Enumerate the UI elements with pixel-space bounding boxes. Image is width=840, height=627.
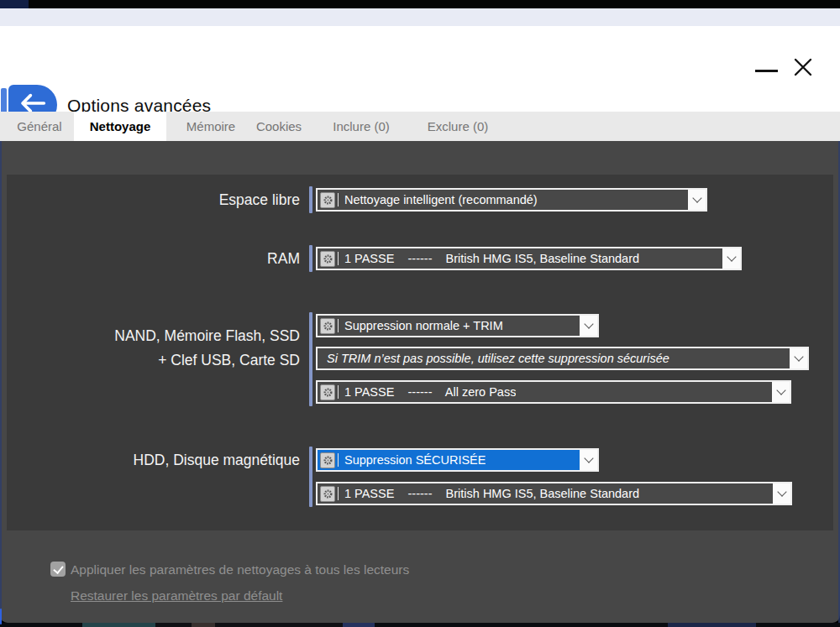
- check-icon: [53, 563, 63, 574]
- ram-label: RAM: [84, 249, 300, 268]
- free-space-select[interactable]: Nettoyage intelligent (recommandé): [316, 188, 707, 212]
- tab-bar: Général Nettoyage Mémoire Cookies Inclur…: [0, 112, 840, 141]
- top-edge-accent: [0, 0, 29, 8]
- hdd-primary-select[interactable]: Suppression SÉCURISÉE: [316, 448, 599, 472]
- options-avancees-window: Options avancées Général Nettoyage Mémoi…: [0, 0, 840, 627]
- nand-label-line2: + Clef USB, Carte SD: [84, 348, 300, 373]
- chevron-down-icon[interactable]: [790, 348, 807, 368]
- icon-separator: [338, 453, 339, 467]
- gear-icon: [320, 318, 335, 334]
- nand-fallback-note-select[interactable]: Si TRIM n’est pas possible, utilisez cet…: [316, 347, 809, 370]
- chevron-down-icon[interactable]: [580, 450, 597, 470]
- apply-all-drives-label: Appliquer les paramètres de nettoyages à…: [71, 562, 409, 577]
- free-space-label: Espace libre: [84, 191, 300, 209]
- hdd-label: HDD, Disque magnétique: [84, 451, 300, 469]
- nand-primary-value: Suppression normale + TRIM: [344, 319, 503, 332]
- hdd-method-select[interactable]: 1 PASSE ------ British HMG IS5, Baseline…: [316, 482, 792, 505]
- bottom-left-edge-accent: [0, 609, 2, 624]
- gear-icon: [320, 251, 335, 267]
- hdd-primary-value: Suppression SÉCURISÉE: [344, 453, 486, 467]
- gear-icon: [320, 452, 335, 468]
- nand-label-line1: NAND, Mémoire Flash, SSD: [84, 324, 300, 348]
- tab-cookies[interactable]: Cookies: [249, 112, 308, 141]
- nand-accent-bar: [309, 312, 312, 406]
- ram-value: 1 PASSE ------ British HMG IS5, Baseline…: [344, 252, 639, 265]
- free-space-value: Nettoyage intelligent (recommandé): [344, 193, 538, 206]
- tab-memoire[interactable]: Mémoire: [172, 112, 249, 141]
- close-button[interactable]: [786, 55, 820, 83]
- nand-fallback-value: 1 PASSE ------ All zero Pass: [344, 385, 516, 399]
- apply-all-drives-checkbox[interactable]: [50, 562, 66, 577]
- titlebar-strip: [0, 8, 840, 26]
- minimize-icon: [755, 70, 778, 72]
- ram-accent-bar: [309, 245, 312, 272]
- tab-nettoyage[interactable]: Nettoyage: [74, 112, 166, 141]
- icon-separator: [338, 487, 339, 500]
- gear-icon: [320, 192, 335, 208]
- icon-separator: [338, 193, 339, 206]
- ram-select[interactable]: 1 PASSE ------ British HMG IS5, Baseline…: [316, 247, 742, 270]
- chevron-down-icon[interactable]: [580, 316, 597, 336]
- hdd-method-value: 1 PASSE ------ British HMG IS5, Baseline…: [344, 487, 639, 500]
- tab-general[interactable]: Général: [3, 112, 76, 141]
- header: Options avancées: [0, 26, 840, 112]
- chevron-down-icon[interactable]: [688, 190, 706, 210]
- free-space-accent-bar: [309, 186, 312, 213]
- icon-separator: [338, 319, 339, 332]
- hdd-accent-bar: [309, 447, 312, 507]
- icon-separator: [338, 385, 339, 399]
- nand-label: NAND, Mémoire Flash, SSD + Clef USB, Car…: [84, 324, 300, 373]
- nand-fallback-select[interactable]: 1 PASSE ------ All zero Pass: [316, 380, 791, 404]
- nand-primary-select[interactable]: Suppression normale + TRIM: [316, 314, 599, 337]
- tab-exclure[interactable]: Exclure (0): [412, 112, 504, 141]
- nand-fallback-note-value: Si TRIM n’est pas possible, utilisez cet…: [327, 352, 669, 365]
- tab-inclure[interactable]: Inclure (0): [315, 112, 407, 141]
- window-left-edge: [0, 141, 2, 623]
- icon-separator: [338, 252, 339, 265]
- close-icon: [792, 56, 814, 81]
- chevron-down-icon[interactable]: [722, 248, 740, 269]
- chevron-down-icon[interactable]: [772, 382, 790, 402]
- bottom-edge-strip: [0, 623, 840, 627]
- chevron-down-icon[interactable]: [773, 483, 790, 504]
- restore-defaults-link[interactable]: Restaurer les paramètres par défault: [71, 588, 282, 603]
- gear-icon: [320, 384, 335, 400]
- top-edge-strip: [0, 0, 840, 8]
- gear-icon: [320, 486, 335, 502]
- minimize-button[interactable]: [750, 60, 782, 81]
